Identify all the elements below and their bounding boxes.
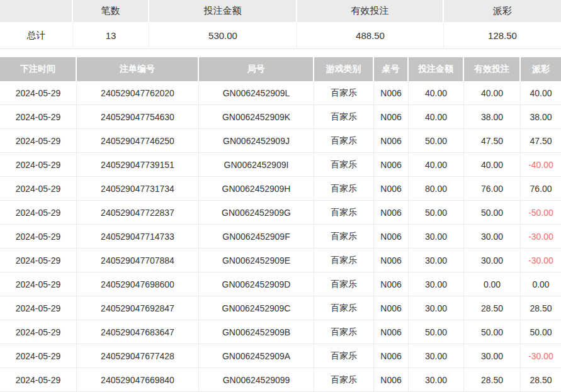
- cell-payout: 76.00: [521, 177, 561, 201]
- cell-bet-time: 2024-05-29: [0, 177, 77, 201]
- cell-bet-time: 2024-05-29: [0, 249, 77, 272]
- cell-bet-amount: 50.00: [409, 320, 464, 344]
- cell-round-id: GN0062452909E: [199, 249, 314, 272]
- cell-payout: 28.50: [521, 296, 561, 320]
- section-divider: [0, 49, 561, 57]
- cell-game-type: 百家乐: [314, 249, 374, 272]
- cell-table-no: N006: [374, 225, 409, 249]
- cell-table-no: N006: [374, 201, 409, 225]
- cell-game-type: 百家乐: [314, 129, 374, 153]
- cell-bet-time: 2024-05-29: [0, 320, 77, 344]
- cell-game-type: 百家乐: [314, 320, 374, 344]
- cell-payout: -30.00: [521, 249, 561, 272]
- cell-bet-amount: 30.00: [409, 296, 464, 320]
- table-row: 2024-05-29240529047669840GN00624529099百家…: [0, 368, 561, 392]
- cell-bet-id: 240529047739151: [77, 153, 199, 177]
- cell-game-type: 百家乐: [314, 272, 374, 296]
- cell-game-type: 百家乐: [314, 225, 374, 249]
- cell-round-id: GN0062452909K: [199, 105, 314, 129]
- summary-total-valid-bet: 488.50: [297, 22, 444, 48]
- cell-table-no: N006: [374, 177, 409, 201]
- cell-valid-bet: 50.00: [464, 320, 521, 344]
- cell-bet-amount: 30.00: [409, 225, 464, 249]
- cell-valid-bet: 47.50: [464, 129, 521, 153]
- table-row: 2024-05-29240529047677428GN0062452909A百家…: [0, 344, 561, 368]
- cell-table-no: N006: [374, 368, 409, 392]
- column-header-bet-amount: 投注金额: [409, 57, 464, 81]
- table-row: 2024-05-29240529047754630GN0062452909K百家…: [0, 105, 561, 129]
- cell-bet-amount: 40.00: [409, 105, 464, 129]
- cell-game-type: 百家乐: [314, 177, 374, 201]
- cell-valid-bet: 40.00: [464, 153, 521, 177]
- cell-round-id: GN0062452909B: [199, 320, 314, 344]
- cell-bet-time: 2024-05-29: [0, 153, 77, 177]
- cell-table-no: N006: [374, 153, 409, 177]
- cell-valid-bet: 0.00: [464, 272, 521, 296]
- cell-payout: -40.00: [521, 153, 561, 177]
- cell-table-no: N006: [374, 249, 409, 272]
- cell-bet-id: 240529047762020: [77, 81, 199, 105]
- cell-bet-amount: 80.00: [409, 177, 464, 201]
- table-row: 2024-05-29240529047698600GN0062452909D百家…: [0, 272, 561, 296]
- cell-valid-bet: 50.00: [464, 201, 521, 225]
- summary-total-label: 总计: [0, 22, 73, 48]
- cell-payout: 38.00: [521, 105, 561, 129]
- cell-valid-bet: 40.00: [464, 81, 521, 105]
- cell-bet-id: 240529047714733: [77, 225, 199, 249]
- cell-payout: -50.00: [521, 201, 561, 225]
- summary-header-valid-bet: 有效投注: [297, 0, 444, 22]
- table-row: 2024-05-29240529047714733GN0062452909F百家…: [0, 225, 561, 249]
- cell-bet-time: 2024-05-29: [0, 105, 77, 129]
- table-body: 2024-05-29240529047762020GN0062452909L百家…: [0, 81, 561, 392]
- cell-table-no: N006: [374, 81, 409, 105]
- cell-game-type: 百家乐: [314, 81, 374, 105]
- cell-round-id: GN0062452909C: [199, 296, 314, 320]
- table-row: 2024-05-29240529047683647GN0062452909B百家…: [0, 320, 561, 344]
- summary-total-row: 总计 13 530.00 488.50 128.50: [0, 22, 561, 49]
- bet-record-report: 笔数 投注金额 有效投注 派彩 总计 13 530.00 488.50 128.…: [0, 0, 561, 392]
- cell-payout: 40.00: [521, 81, 561, 105]
- table-row: 2024-05-29240529047692847GN0062452909C百家…: [0, 296, 561, 320]
- cell-bet-amount: 50.00: [409, 129, 464, 153]
- cell-game-type: 百家乐: [314, 153, 374, 177]
- cell-payout: 0.00: [521, 272, 561, 296]
- cell-round-id: GN0062452909I: [199, 153, 314, 177]
- cell-table-no: N006: [374, 105, 409, 129]
- cell-round-id: GN0062452909H: [199, 177, 314, 201]
- column-header-round-id: 局号: [199, 57, 314, 81]
- cell-bet-time: 2024-05-29: [0, 272, 77, 296]
- cell-game-type: 百家乐: [314, 296, 374, 320]
- cell-game-type: 百家乐: [314, 105, 374, 129]
- table-row: 2024-05-29240529047722837GN0062452909G百家…: [0, 201, 561, 225]
- cell-payout: 28.50: [521, 368, 561, 392]
- cell-round-id: GN0062452909F: [199, 225, 314, 249]
- column-header-bet-time: 下注时间: [0, 57, 77, 81]
- summary-total-count: 13: [73, 22, 149, 48]
- cell-payout: -30.00: [521, 225, 561, 249]
- cell-bet-amount: 30.00: [409, 368, 464, 392]
- cell-bet-time: 2024-05-29: [0, 81, 77, 105]
- table-row: 2024-05-29240529047739151GN0062452909I百家…: [0, 153, 561, 177]
- column-header-payout: 派彩: [521, 57, 561, 81]
- cell-table-no: N006: [374, 296, 409, 320]
- cell-bet-id: 240529047722837: [77, 201, 199, 225]
- cell-bet-amount: 30.00: [409, 249, 464, 272]
- cell-valid-bet: 30.00: [464, 225, 521, 249]
- summary-total-bet-amount: 530.00: [149, 22, 297, 48]
- cell-bet-time: 2024-05-29: [0, 129, 77, 153]
- table-row: 2024-05-29240529047762020GN0062452909L百家…: [0, 81, 561, 105]
- cell-table-no: N006: [374, 129, 409, 153]
- table-row: 2024-05-29240529047731734GN0062452909H百家…: [0, 177, 561, 201]
- table-row: 2024-05-29240529047746250GN0062452909J百家…: [0, 129, 561, 153]
- cell-table-no: N006: [374, 344, 409, 368]
- cell-table-no: N006: [374, 272, 409, 296]
- cell-round-id: GN00624529099: [199, 368, 314, 392]
- cell-bet-amount: 30.00: [409, 344, 464, 368]
- cell-bet-id: 240529047692847: [77, 296, 199, 320]
- summary-header-count: 笔数: [73, 0, 149, 22]
- summary-header-payout: 派彩: [444, 0, 561, 22]
- cell-bet-id: 240529047731734: [77, 177, 199, 201]
- column-header-bet-id: 注单编号: [77, 57, 199, 81]
- cell-bet-amount: 30.00: [409, 272, 464, 296]
- table-row: 2024-05-29240529047707884GN0062452909E百家…: [0, 249, 561, 272]
